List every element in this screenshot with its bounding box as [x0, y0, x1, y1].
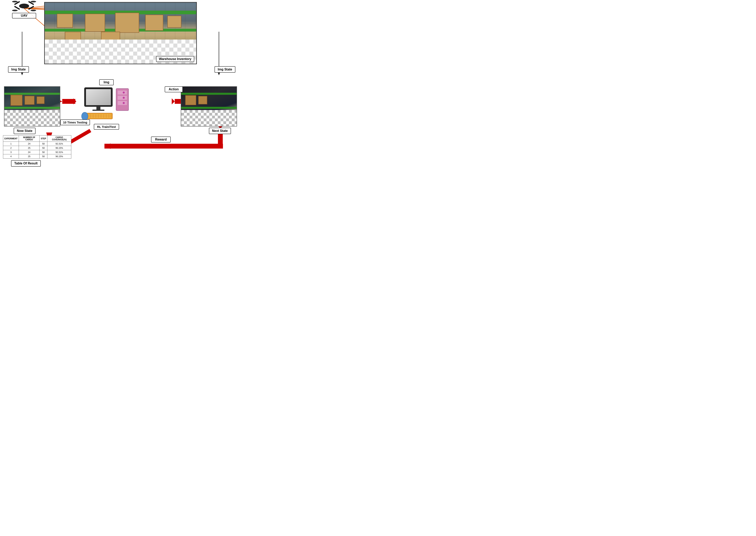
cell-3-1: 25: [19, 154, 40, 159]
svg-rect-45: [118, 101, 127, 105]
now-box-1: [11, 95, 22, 106]
propeller-bottom-right: [30, 10, 36, 11]
svg-marker-11: [73, 98, 76, 104]
col-number-of-cargo: NUMBER OF CARGO: [19, 136, 40, 142]
col-step: STEP: [40, 136, 48, 142]
cargo-box-1: [57, 14, 73, 28]
cargo-box-3: [115, 13, 139, 33]
img-state-right-label: Img State: [215, 66, 235, 73]
svg-rect-10: [62, 99, 75, 104]
reward-label: Reward: [151, 137, 171, 143]
next-floor: [181, 110, 237, 126]
rl-train-test-label: RL Train/Test: [94, 124, 119, 130]
svg-marker-21: [106, 143, 111, 149]
next-state-label: Next State: [209, 128, 231, 134]
cell-3-2: 50: [40, 154, 48, 159]
result-table-area: EXPERIMENT NUMBER OF CARGO STEP CARGO CO…: [3, 135, 71, 167]
result-table: EXPERIMENT NUMBER OF CARGO STEP CARGO CO…: [3, 135, 71, 159]
cell-1-0: 2: [3, 146, 19, 150]
svg-marker-17: [172, 98, 175, 104]
drone-body: [19, 4, 29, 9]
table-row: 2255096.15%: [3, 146, 71, 150]
svg-rect-44: [118, 96, 127, 100]
img-label: Img: [99, 79, 114, 85]
uav-container: UAV: [12, 0, 36, 18]
action-label: Action: [165, 86, 183, 92]
svg-point-46: [123, 91, 125, 93]
cargo-box-2: [85, 14, 105, 32]
svg-rect-27: [92, 110, 104, 111]
drone-arm-br: [28, 6, 34, 10]
svg-rect-26: [96, 107, 100, 110]
now-scene: [4, 87, 60, 126]
cell-0-1: 24: [19, 142, 40, 146]
next-state-image: [181, 86, 237, 126]
page: UAV Perspective | Lit | Show Lit Show LI…: [0, 0, 241, 171]
now-rail-2: [4, 107, 60, 109]
cell-1-2: 50: [40, 146, 48, 150]
svg-rect-43: [118, 90, 127, 94]
table-row: 3245092.31%: [3, 150, 71, 154]
table-header: EXPERIMENT NUMBER OF CARGO STEP CARGO CO…: [3, 136, 71, 142]
cargo-box-4: [145, 15, 163, 31]
cell-0-3: 92.31%: [48, 142, 71, 146]
svg-rect-25: [86, 89, 111, 105]
cell-1-3: 96.15%: [48, 146, 71, 150]
computer-svg: [78, 86, 130, 121]
col-experiment: EXPERIMENT: [3, 136, 19, 142]
warehouse-image: Perspective | Lit | Show Lit Show LIGHT …: [44, 2, 197, 64]
propeller-top-right: [30, 1, 36, 2]
times-testing-label: 10 Times Testing: [60, 119, 90, 125]
propeller-bottom-left: [12, 10, 18, 11]
next-scene: [181, 87, 237, 126]
now-box-2: [24, 96, 35, 105]
now-box-3: [37, 96, 45, 104]
now-state-image: [4, 86, 60, 126]
table-header-row: EXPERIMENT NUMBER OF CARGO STEP CARGO CO…: [3, 136, 71, 142]
next-rail-2: [181, 107, 237, 109]
cell-2-3: 92.31%: [48, 150, 71, 154]
col-cargo-coverage: CARGO COVERAGE(%): [48, 136, 71, 142]
next-rail-1: [181, 93, 237, 95]
cell-2-1: 24: [19, 150, 40, 154]
cell-3-3: 96.15%: [48, 154, 71, 159]
uav-label: UAV: [12, 13, 36, 18]
uav-drone: [12, 0, 36, 12]
now-floor: [4, 110, 60, 126]
table-row: 1245092.31%: [3, 142, 71, 146]
svg-point-41: [82, 112, 88, 120]
now-state-label: Now State: [14, 128, 36, 134]
next-box-2: [198, 96, 207, 104]
cargo-box-5: [167, 16, 181, 28]
cell-3-0: 4: [3, 154, 19, 159]
table-of-result-label: Table Of Result: [11, 160, 41, 167]
cell-2-2: 50: [40, 150, 48, 154]
svg-rect-20: [104, 144, 223, 149]
svg-point-47: [123, 97, 125, 99]
now-rail-1: [4, 93, 60, 95]
img-state-left-label: Img State: [8, 66, 29, 73]
warehouse-scene: [45, 3, 196, 64]
next-box-1: [185, 95, 196, 105]
cell-2-0: 3: [3, 150, 19, 154]
cell-0-2: 50: [40, 142, 48, 146]
svg-point-48: [123, 102, 125, 104]
cell-0-0: 1: [3, 142, 19, 146]
table-body: 1245092.31%2255096.15%3245092.31%4255096…: [3, 142, 71, 159]
computer-area: [78, 86, 135, 123]
table-row: 4255096.15%: [3, 154, 71, 159]
cell-1-1: 25: [19, 146, 40, 150]
warehouse-label: Warehouse Inventory: [156, 56, 194, 62]
